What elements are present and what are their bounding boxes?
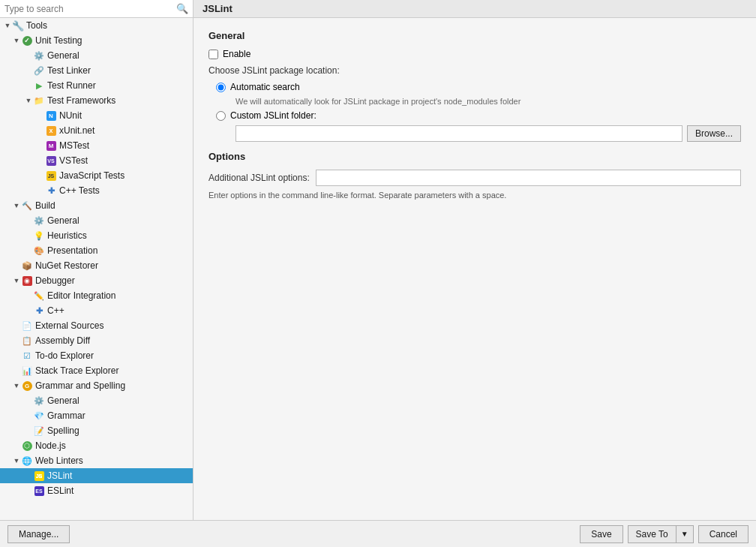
- tree-item-assembly[interactable]: 📋 Assembly Diff: [0, 333, 193, 348]
- tree-item-jslint[interactable]: JSLint: [0, 468, 193, 483]
- save-to-dropdown-button[interactable]: ▼: [676, 525, 694, 543]
- tree-item-mstest[interactable]: MSTest: [0, 138, 193, 153]
- page-title: JSLint: [202, 3, 232, 14]
- test-runner-label: Test Runner: [47, 80, 96, 91]
- choose-location-label: Choose JSLint package location:: [208, 65, 741, 76]
- tree-item-test-linker[interactable]: 🔗 Test Linker: [0, 63, 193, 78]
- grammar-spelling-icon: [21, 380, 33, 392]
- auto-search-hint: We will automatically look for JSLint pa…: [236, 97, 741, 106]
- tree-item-grammar[interactable]: 💎 Grammar: [0, 408, 193, 423]
- expand-unit-testing[interactable]: [12, 36, 21, 45]
- test-linker-label: Test Linker: [47, 65, 91, 76]
- xunit-icon: [45, 125, 57, 137]
- tree-item-ut-general[interactable]: ⚙️ General: [0, 48, 193, 63]
- xunit-label: xUnit.net: [59, 125, 94, 136]
- cancel-button[interactable]: Cancel: [698, 525, 748, 543]
- external-icon: 📄: [21, 320, 33, 332]
- tree-item-editor-integration[interactable]: ✏️ Editor Integration: [0, 288, 193, 303]
- test-frameworks-label: Test Frameworks: [47, 95, 116, 106]
- tree-item-grammar-spelling[interactable]: Grammar and Spelling: [0, 378, 193, 393]
- cpp-tests-icon: ✚: [45, 185, 57, 197]
- expand-grammar-spelling[interactable]: [12, 381, 21, 390]
- tree-item-js-tests[interactable]: JavaScript Tests: [0, 168, 193, 183]
- unit-testing-label: Unit Testing: [35, 35, 82, 46]
- tree-item-nunit[interactable]: NUnit: [0, 108, 193, 123]
- tree-item-cpp-tests[interactable]: ✚ C++ Tests: [0, 183, 193, 198]
- auto-search-row: Automatic search: [216, 82, 741, 92]
- general-section-title: General: [208, 30, 741, 41]
- debugger-icon: [21, 275, 33, 287]
- ut-general-label: General: [47, 50, 80, 61]
- tree-item-heuristics[interactable]: 💡 Heuristics: [0, 228, 193, 243]
- todo-label: To-do Explorer: [35, 350, 94, 361]
- nunit-icon: [45, 110, 57, 122]
- tree-item-tools[interactable]: 🔧 Tools: [0, 18, 193, 33]
- tree-item-debugger[interactable]: Debugger: [0, 273, 193, 288]
- browse-button[interactable]: Browse...: [687, 125, 741, 142]
- editor-integration-label: Editor Integration: [47, 290, 116, 301]
- auto-search-radio[interactable]: [216, 83, 226, 92]
- nodejs-label: Node.js: [35, 440, 66, 451]
- web-linters-label: Web Linters: [35, 455, 83, 466]
- footer: Manage... Save Save To ▼ Cancel: [0, 520, 756, 547]
- test-runner-icon: ▶: [33, 80, 45, 92]
- tree-item-grammar-general[interactable]: ⚙️ General: [0, 393, 193, 408]
- tree-item-build-general[interactable]: ⚙️ General: [0, 213, 193, 228]
- options-row: Additional JSLint options:: [208, 170, 741, 186]
- tree-item-todo[interactable]: ☑ To-do Explorer: [0, 348, 193, 363]
- build-general-icon: ⚙️: [33, 215, 45, 227]
- custom-folder-input-row: Browse...: [236, 125, 741, 142]
- options-section-title: Options: [208, 151, 741, 162]
- enable-label: Enable: [208, 49, 250, 59]
- options-hint: Enter options in the command line-like f…: [208, 191, 741, 200]
- tree-item-spelling[interactable]: 📝 Spelling: [0, 423, 193, 438]
- test-linker-icon: 🔗: [33, 65, 45, 77]
- save-to-button[interactable]: Save To: [628, 525, 676, 543]
- build-general-label: General: [47, 215, 80, 226]
- search-icon: 🔍: [176, 3, 188, 14]
- tree-item-xunit[interactable]: xUnit.net: [0, 123, 193, 138]
- custom-folder-radio[interactable]: [216, 111, 226, 121]
- right-header: JSLint: [194, 0, 756, 18]
- manage-button[interactable]: Manage...: [8, 525, 70, 543]
- tree-item-web-linters[interactable]: 🌐 Web Linters: [0, 453, 193, 468]
- tree-item-cpp-debug[interactable]: ✚ C++: [0, 303, 193, 318]
- ut-general-icon: ⚙️: [33, 50, 45, 62]
- tree-item-test-runner[interactable]: ▶ Test Runner: [0, 78, 193, 93]
- tree-item-nodejs[interactable]: Node.js: [0, 438, 193, 453]
- nodejs-icon: [21, 440, 33, 452]
- expand-test-frameworks[interactable]: [24, 96, 33, 105]
- expand-build[interactable]: [12, 201, 21, 210]
- stack-trace-icon: 📊: [21, 365, 33, 377]
- tree-item-presentation[interactable]: 🎨 Presentation: [0, 243, 193, 258]
- save-button[interactable]: Save: [580, 525, 622, 543]
- expand-tools[interactable]: [3, 21, 12, 30]
- expand-debugger[interactable]: [12, 276, 21, 285]
- options-input[interactable]: [316, 170, 741, 186]
- search-input[interactable]: [4, 4, 173, 14]
- enable-checkbox[interactable]: [208, 50, 218, 59]
- tree-item-stack-trace[interactable]: 📊 Stack Trace Explorer: [0, 363, 193, 378]
- left-panel: 🔍 🔧 Tools Unit Testing ⚙️ General: [0, 0, 194, 520]
- right-content: General Enable Choose JSLint package loc…: [194, 18, 756, 520]
- tree-item-vstest[interactable]: VSTest: [0, 153, 193, 168]
- build-icon: 🔨: [21, 200, 33, 212]
- tree-item-nuget[interactable]: 📦 NuGet Restorer: [0, 258, 193, 273]
- custom-folder-input[interactable]: [236, 125, 682, 142]
- expand-web-linters[interactable]: [12, 456, 21, 465]
- nuget-label: NuGet Restorer: [35, 260, 98, 271]
- presentation-icon: 🎨: [33, 245, 45, 257]
- tools-folder-icon: 🔧: [12, 20, 24, 32]
- tree-item-test-frameworks[interactable]: 📁 Test Frameworks: [0, 93, 193, 108]
- jslint-label: JSLint: [47, 470, 72, 481]
- tree-item-unit-testing[interactable]: Unit Testing: [0, 33, 193, 48]
- tree-item-external[interactable]: 📄 External Sources: [0, 318, 193, 333]
- assembly-label: Assembly Diff: [35, 335, 90, 346]
- tree-item-eslint[interactable]: ESLint: [0, 483, 193, 498]
- grammar-label: Grammar: [47, 410, 86, 421]
- tree-item-build[interactable]: 🔨 Build: [0, 198, 193, 213]
- spelling-icon: 📝: [33, 425, 45, 437]
- tools-label: Tools: [26, 20, 47, 31]
- test-frameworks-icon: 📁: [33, 95, 45, 107]
- grammar-general-label: General: [47, 395, 80, 406]
